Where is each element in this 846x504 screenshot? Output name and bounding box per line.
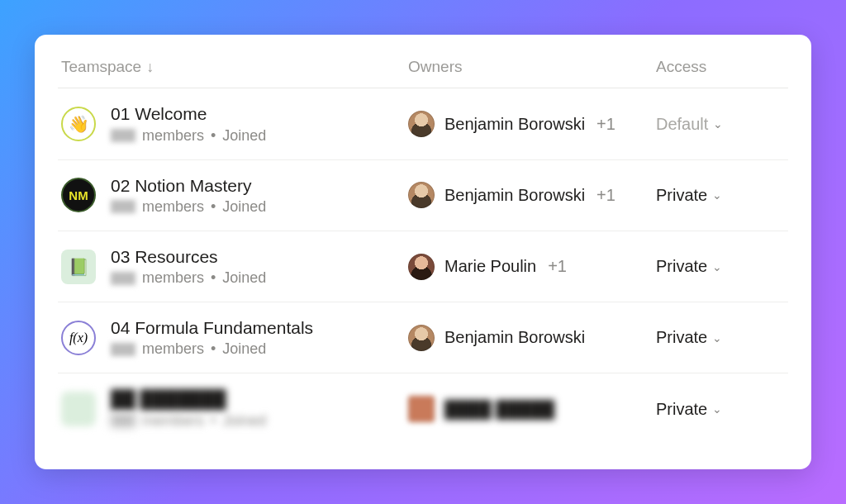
- owners-cell: ████ █████: [408, 396, 656, 422]
- header-access-label: Access: [656, 58, 706, 75]
- chevron-down-icon: ⌄: [712, 260, 722, 273]
- access-dropdown[interactable]: Private⌄: [656, 400, 785, 419]
- owners-cell: Benjamin Borowski+1: [408, 182, 656, 208]
- avatar: [408, 325, 435, 351]
- access-value: Private: [656, 186, 707, 205]
- access-value: Default: [656, 115, 708, 134]
- members-label: members: [142, 198, 204, 216]
- access-dropdown[interactable]: Private⌄: [656, 257, 785, 276]
- owner-name: Benjamin Borowski: [444, 328, 585, 347]
- owners-cell: Benjamin Borowski: [408, 325, 656, 351]
- separator-dot: •: [211, 127, 216, 145]
- separator-dot: •: [211, 269, 216, 287]
- header-owners[interactable]: Owners: [408, 58, 656, 76]
- teamspace-icon: 👋: [61, 107, 96, 141]
- separator-dot: •: [211, 198, 216, 216]
- owners-more-count: +1: [548, 257, 567, 276]
- teamspace-title: 02 Notion Mastery: [111, 175, 266, 197]
- teamspace-subtitle: members•Joined: [111, 127, 266, 145]
- joined-label: Joined: [222, 198, 266, 216]
- joined-label: Joined: [222, 269, 266, 287]
- header-owners-label: Owners: [408, 58, 462, 75]
- table-body: 👋01 Welcomemembers•JoinedBenjamin Borows…: [58, 88, 788, 444]
- owners-more-count: +1: [596, 115, 615, 134]
- teamspace-subtitle: members•Joined: [111, 269, 266, 287]
- members-label: members: [142, 412, 204, 430]
- table-row[interactable]: NM02 Notion Masterymembers•JoinedBenjami…: [58, 160, 788, 231]
- table-row[interactable]: f(x)04 Formula Fundamentalsmembers•Joine…: [58, 302, 788, 373]
- members-label: members: [142, 127, 204, 145]
- table-header: Teamspace ↓ Owners Access: [58, 50, 788, 88]
- redacted-count: [111, 343, 135, 356]
- header-access[interactable]: Access: [656, 58, 785, 76]
- avatar: [408, 182, 435, 208]
- chevron-down-icon: ⌄: [713, 117, 723, 131]
- teamspace-title: ██ ███████: [111, 388, 266, 410]
- teamspace-cell: 📗03 Resourcesmembers•Joined: [61, 246, 408, 287]
- header-teamspace[interactable]: Teamspace ↓: [61, 58, 408, 76]
- members-label: members: [142, 269, 204, 287]
- teamspace-icon: 📗: [61, 250, 96, 284]
- owners-cell: Benjamin Borowski+1: [408, 111, 656, 137]
- redacted-count: [111, 200, 135, 213]
- teamspace-icon: NM: [61, 178, 96, 212]
- owner-name: ████ █████: [444, 400, 554, 419]
- teamspace-cell: f(x)04 Formula Fundamentalsmembers•Joine…: [61, 317, 408, 358]
- teamspace-icon: f(x): [61, 321, 96, 355]
- owner-name: Benjamin Borowski: [444, 115, 585, 134]
- joined-label: Joined: [222, 127, 266, 145]
- owner-name: Benjamin Borowski: [444, 186, 585, 205]
- teamspaces-card: Teamspace ↓ Owners Access 👋01 Welcomemem…: [35, 35, 811, 468]
- teamspace-title: 03 Resources: [111, 246, 266, 268]
- chevron-down-icon: ⌄: [712, 188, 722, 202]
- sort-arrow-down-icon: ↓: [146, 59, 154, 76]
- teamspace-cell: NM02 Notion Masterymembers•Joined: [61, 175, 408, 216]
- table-row[interactable]: 📗03 Resourcesmembers•JoinedMarie Poulin+…: [58, 231, 788, 302]
- joined-label: Joined: [222, 412, 266, 430]
- teamspace-subtitle: members•Joined: [111, 340, 313, 358]
- table-row[interactable]: 👋01 Welcomemembers•JoinedBenjamin Borows…: [58, 88, 788, 159]
- teamspace-title: 01 Welcome: [111, 103, 266, 125]
- teamspace-icon: [61, 392, 96, 426]
- access-value: Private: [656, 400, 707, 419]
- owner-name: Marie Poulin: [444, 257, 536, 276]
- chevron-down-icon: ⌄: [712, 402, 722, 416]
- redacted-count: [111, 414, 135, 427]
- separator-dot: •: [211, 412, 216, 430]
- avatar: [408, 111, 435, 137]
- access-dropdown[interactable]: Private⌄: [656, 328, 785, 347]
- joined-label: Joined: [222, 340, 266, 358]
- separator-dot: •: [211, 340, 216, 358]
- avatar: [408, 396, 435, 422]
- teamspace-cell: ██ ███████members•Joined: [61, 388, 408, 429]
- teamspace-subtitle: members•Joined: [111, 412, 266, 430]
- teamspace-title: 04 Formula Fundamentals: [111, 317, 313, 339]
- chevron-down-icon: ⌄: [712, 331, 722, 345]
- members-label: members: [142, 340, 204, 358]
- redacted-count: [111, 129, 135, 142]
- access-dropdown[interactable]: Default⌄: [656, 115, 785, 134]
- access-dropdown[interactable]: Private⌄: [656, 186, 785, 205]
- access-value: Private: [656, 257, 707, 276]
- header-teamspace-label: Teamspace: [61, 58, 141, 76]
- redacted-count: [111, 272, 135, 285]
- access-value: Private: [656, 328, 707, 347]
- avatar: [408, 254, 435, 280]
- table-row[interactable]: ██ ███████members•Joined████ █████Privat…: [58, 373, 788, 444]
- owners-cell: Marie Poulin+1: [408, 254, 656, 280]
- owners-more-count: +1: [596, 186, 615, 205]
- teamspace-subtitle: members•Joined: [111, 198, 266, 216]
- teamspace-cell: 👋01 Welcomemembers•Joined: [61, 103, 408, 144]
